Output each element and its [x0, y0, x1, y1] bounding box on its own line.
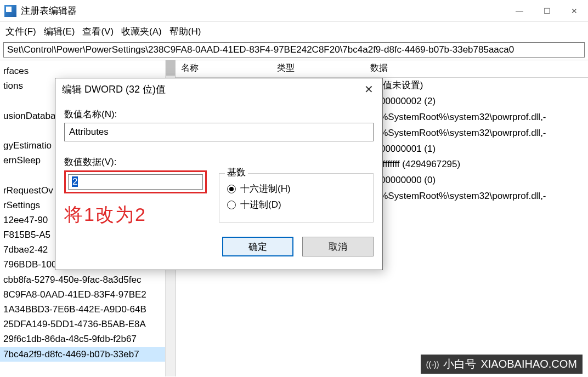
tree-item[interactable]: 8C9FA8-0AAD-41ED-83F4-97BE2: [0, 287, 175, 302]
cell-data: (数值未设置): [370, 78, 588, 94]
value-name-label: 数值名称(N):: [64, 108, 374, 121]
scrollbar-thumb[interactable]: [166, 60, 175, 76]
column-data[interactable]: 数据: [370, 62, 588, 74]
cell-data: 0x00000002 (2): [370, 94, 588, 110]
ok-button[interactable]: 确定: [222, 237, 293, 256]
column-type[interactable]: 类型: [277, 62, 370, 74]
list-header: 名称 类型 数据: [176, 60, 588, 78]
close-button[interactable]: ✕: [561, 1, 588, 21]
menubar: 文件(F) 编辑(E) 查看(V) 收藏夹(A) 帮助(H): [0, 22, 588, 42]
menu-view[interactable]: 查看(V): [82, 25, 114, 38]
tree-item[interactable]: 29f6c1db-86da-48c5-9fdb-f2b67: [0, 332, 175, 346]
dialog-titlebar: 编辑 DWORD (32 位)值 ✕: [55, 78, 382, 100]
radio-hex[interactable]: 十六进制(H): [227, 182, 365, 195]
annotation-text: 将1改为2: [64, 202, 207, 227]
column-name[interactable]: 名称: [181, 62, 277, 74]
cell-data: 0x00000001 (1): [370, 141, 588, 157]
menu-edit[interactable]: 编辑(E): [44, 25, 75, 38]
titlebar: 注册表编辑器 — ☐ ✕: [0, 0, 588, 22]
radio-dec-label: 十进制(D): [240, 198, 281, 211]
tree-item[interactable]: 25DFA149-5DD1-4736-B5AB-E8A: [0, 317, 175, 332]
value-name-input[interactable]: [64, 123, 374, 141]
cell-data: 0x00000000 (0): [370, 173, 588, 188]
cell-data: @%SystemRoot%\system32\powrprof.dll,-: [370, 125, 588, 141]
watermark-footer: ((◦)) 小白号 XIAOBAIHAO.COM: [421, 355, 583, 374]
cell-data: 0xffffffff (4294967295): [370, 157, 588, 173]
brand-cn: 小白号: [443, 357, 476, 372]
dialog-body: 数值名称(N): 数值数据(V): 2 将1改为2 . 基数 十六进制(H): [55, 100, 382, 270]
dialog-title: 编辑 DWORD (32 位)值: [62, 83, 166, 96]
broadcast-icon: ((◦)): [426, 360, 439, 369]
dialog-close-icon[interactable]: ✕: [361, 83, 377, 96]
tree-item[interactable]: 7bc4a2f9-d8fc-4469-b07b-33eb7: [0, 347, 175, 362]
menu-favorites[interactable]: 收藏夹(A): [121, 25, 162, 38]
cell-data: @%SystemRoot%\system32\powrprof.dll,-: [370, 110, 588, 125]
radio-hex-label: 十六进制(H): [240, 182, 291, 195]
cancel-button[interactable]: 取消: [302, 237, 374, 256]
minimize-button[interactable]: —: [506, 1, 533, 21]
radio-dec-icon: [227, 201, 236, 209]
window-controls: — ☐ ✕: [506, 1, 588, 21]
cell-data: @%SystemRoot%\system32\powrprof.dll,-: [370, 188, 588, 204]
address-bar[interactable]: Set\Control\Power\PowerSettings\238C9FA8…: [3, 42, 585, 58]
tree-item[interactable]: rfaces: [0, 64, 175, 78]
value-data-input[interactable]: 2: [68, 174, 203, 190]
radix-legend: 基数: [225, 166, 248, 179]
radio-hex-icon: [227, 185, 236, 193]
tree-item[interactable]: cbb8fa-5279-450e-9fac-8a3d5fec: [0, 272, 175, 287]
value-data-label: 数值数据(V):: [64, 156, 207, 168]
edit-dword-dialog: 编辑 DWORD (32 位)值 ✕ 数值名称(N): 数值数据(V): 2 将…: [55, 78, 383, 270]
menu-help[interactable]: 帮助(H): [169, 25, 201, 38]
tree-item[interactable]: 1A34BBD3-7E6B-442E-A9D0-64B: [0, 302, 175, 317]
dialog-buttons: 确定 取消: [219, 237, 374, 256]
radio-dec[interactable]: 十进制(D): [227, 198, 365, 211]
radix-group: 基数 十六进制(H) 十进制(D): [219, 173, 374, 222]
maximize-button[interactable]: ☐: [533, 1, 561, 21]
brand-en: XIAOBAIHAO.COM: [480, 358, 577, 370]
app-title: 注册表编辑器: [21, 4, 77, 17]
value-data-highlight: 2: [64, 170, 207, 193]
menu-file[interactable]: 文件(F): [5, 25, 36, 38]
regedit-icon: [4, 5, 16, 17]
